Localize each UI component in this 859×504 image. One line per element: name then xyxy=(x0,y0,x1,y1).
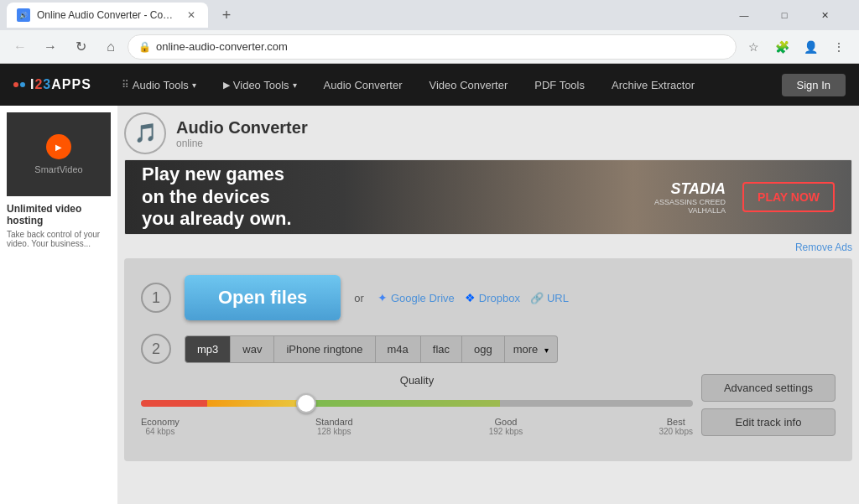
slider-track xyxy=(141,400,693,407)
format-tab-m4a[interactable]: m4a xyxy=(376,335,421,363)
quality-mark-standard: Standard 128 kbps xyxy=(315,417,353,436)
browser-toolbar: ← → ↻ ⌂ 🔒 online-audio-converter.com ☆ 🧩… xyxy=(0,30,859,64)
video-tools-icon: ▶ xyxy=(223,80,230,91)
format-tab-wav[interactable]: wav xyxy=(231,335,274,363)
advanced-buttons: Advanced settings Edit track info xyxy=(701,374,836,436)
forward-button[interactable]: → xyxy=(37,34,64,60)
ad-smartvideo-label: SmartVideo xyxy=(34,164,82,174)
audio-tools-icon: ⠿ xyxy=(122,79,129,91)
nav-video-tools-label: Video Tools xyxy=(233,79,289,91)
menu-button[interactable]: ⋮ xyxy=(825,34,852,60)
logo-dot-red xyxy=(13,82,18,87)
extension-button[interactable]: 🧩 xyxy=(768,34,795,60)
maximize-button[interactable]: □ xyxy=(765,3,804,28)
format-tab-mp3[interactable]: mp3 xyxy=(185,335,231,363)
banner-ad[interactable]: Play new games on the devices you alread… xyxy=(124,159,852,235)
bookmark-button[interactable]: ☆ xyxy=(740,34,767,60)
sidebar-ad-banner[interactable]: ▶ SmartVideo xyxy=(7,112,111,196)
new-tab-button[interactable]: + xyxy=(215,3,238,27)
logo-text: I23APPS xyxy=(30,77,91,92)
step-2-row: 2 mp3 wav iPhone ringtone m4a flac ogg m… xyxy=(141,334,836,444)
quality-standard-label: Standard xyxy=(315,417,353,427)
app-nav: I23APPS ⠿ Audio Tools ▾ ▶ Video Tools ▾ … xyxy=(0,64,859,106)
quality-standard-kbps: 128 kbps xyxy=(315,427,353,436)
sign-in-button[interactable]: Sign In xyxy=(782,74,846,96)
banner-right: STADIA ASSASSINS CREED VALHALLA PLAY NOW xyxy=(654,180,835,215)
nav-item-audio-converter[interactable]: Audio Converter xyxy=(319,75,408,95)
nav-item-audio-tools[interactable]: ⠿ Audio Tools ▾ xyxy=(117,75,201,95)
toolbar-actions: ☆ 🧩 👤 ⋮ xyxy=(740,34,852,60)
banner-ad-inner: Play new games on the devices you alread… xyxy=(125,160,851,234)
converter-box: 1 Open files or ✦ Google Drive ❖ Dropbox… xyxy=(124,258,852,461)
app-title-group: Audio Converter online xyxy=(176,118,308,149)
google-drive-button[interactable]: ✦ Google Drive xyxy=(377,291,455,304)
profile-button[interactable]: 👤 xyxy=(797,34,824,60)
format-tabs: mp3 wav iPhone ringtone m4a flac ogg mor… xyxy=(185,335,558,363)
edit-track-info-button[interactable]: Edit track info xyxy=(701,408,836,436)
refresh-button[interactable]: ↻ xyxy=(67,34,94,60)
sidebar-ad-sub: Take back control of your video. Your bu… xyxy=(7,230,111,248)
address-text: online-audio-converter.com xyxy=(156,40,726,53)
slider-container xyxy=(141,393,693,413)
quality-good-kbps: 192 kbps xyxy=(489,427,523,436)
tab-title: Online Audio Converter - Conve xyxy=(37,9,178,21)
minimize-button[interactable]: — xyxy=(725,3,763,28)
logo-dots xyxy=(13,82,25,87)
back-button[interactable]: ← xyxy=(7,34,34,60)
url-button[interactable]: 🔗 URL xyxy=(530,292,569,304)
google-drive-icon: ✦ xyxy=(377,291,388,304)
quality-best-kbps: 320 kbps xyxy=(659,427,693,436)
browser-tab[interactable]: 🔊 Online Audio Converter - Conve ✕ xyxy=(7,3,208,28)
center-content: 🎵 Audio Converter online Play new games … xyxy=(117,106,859,504)
quality-slider-thumb[interactable] xyxy=(296,393,316,413)
format-tab-iphone[interactable]: iPhone ringtone xyxy=(274,335,375,363)
banner-text: Play new games on the devices you alread… xyxy=(142,164,292,230)
play-now-button[interactable]: PLAY NOW xyxy=(742,182,835,212)
step-1-number: 1 xyxy=(141,283,171,313)
quality-economy-label: Economy xyxy=(141,417,180,427)
close-button[interactable]: ✕ xyxy=(805,3,844,28)
advanced-settings-button[interactable]: Advanced settings xyxy=(701,374,836,402)
dropbox-icon: ❖ xyxy=(465,291,476,304)
remove-ads-link[interactable]: Remove Ads xyxy=(795,242,852,253)
nav-archive-extractor-label: Archive Extractor xyxy=(612,79,695,91)
banner-brand: STADIA ASSASSINS CREED VALHALLA xyxy=(654,180,726,215)
logo[interactable]: I23APPS xyxy=(13,77,91,92)
nav-item-video-tools[interactable]: ▶ Video Tools ▾ xyxy=(218,75,302,95)
address-bar[interactable]: 🔒 online-audio-converter.com xyxy=(128,34,737,60)
app-logo-icon: 🎵 xyxy=(124,112,166,154)
audio-tools-arrow-icon: ▾ xyxy=(192,81,196,90)
logo-dot-blue xyxy=(20,82,25,87)
app-header: 🎵 Audio Converter online xyxy=(124,112,308,154)
home-button[interactable]: ⌂ xyxy=(97,34,124,60)
quality-section: Quality Economy 64 kbps xyxy=(141,374,836,444)
lock-icon: 🔒 xyxy=(138,41,151,53)
ad-play-icon: ▶ xyxy=(46,134,71,159)
quality-good-label: Good xyxy=(489,417,523,427)
nav-pdf-tools-label: PDF Tools xyxy=(534,79,585,91)
quality-label: Quality xyxy=(141,374,693,387)
format-tab-more[interactable]: more ▾ xyxy=(505,335,558,363)
video-tools-arrow-icon: ▾ xyxy=(293,81,297,90)
quality-mark-good: Good 192 kbps xyxy=(489,417,523,436)
app-subtitle: online xyxy=(176,138,308,149)
quality-mark-economy: Economy 64 kbps xyxy=(141,417,180,436)
format-tab-ogg[interactable]: ogg xyxy=(462,335,505,363)
format-tab-flac[interactable]: flac xyxy=(421,335,462,363)
quality-economy-kbps: 64 kbps xyxy=(141,427,180,436)
step-2-inner: 2 mp3 wav iPhone ringtone m4a flac ogg m… xyxy=(141,334,836,364)
nav-item-archive-extractor[interactable]: Archive Extractor xyxy=(607,75,700,95)
tab-favicon: 🔊 xyxy=(17,8,30,22)
banner-headline: Play new games on the devices you alread… xyxy=(142,164,292,230)
open-files-button[interactable]: Open files xyxy=(185,275,341,320)
nav-item-pdf-tools[interactable]: PDF Tools xyxy=(529,75,590,95)
dropbox-button[interactable]: ❖ Dropbox xyxy=(465,291,520,304)
tab-close-button[interactable]: ✕ xyxy=(185,8,198,22)
window-controls: — □ ✕ xyxy=(725,3,844,28)
ac-logo: ASSASSINS CREED VALHALLA xyxy=(654,198,726,215)
nav-item-video-converter[interactable]: Video Converter xyxy=(424,75,513,95)
nav-audio-tools-label: Audio Tools xyxy=(133,79,189,91)
app-header-row: 🎵 Audio Converter online xyxy=(124,112,852,154)
app-title: Audio Converter xyxy=(176,118,308,138)
slider-row xyxy=(141,393,693,413)
